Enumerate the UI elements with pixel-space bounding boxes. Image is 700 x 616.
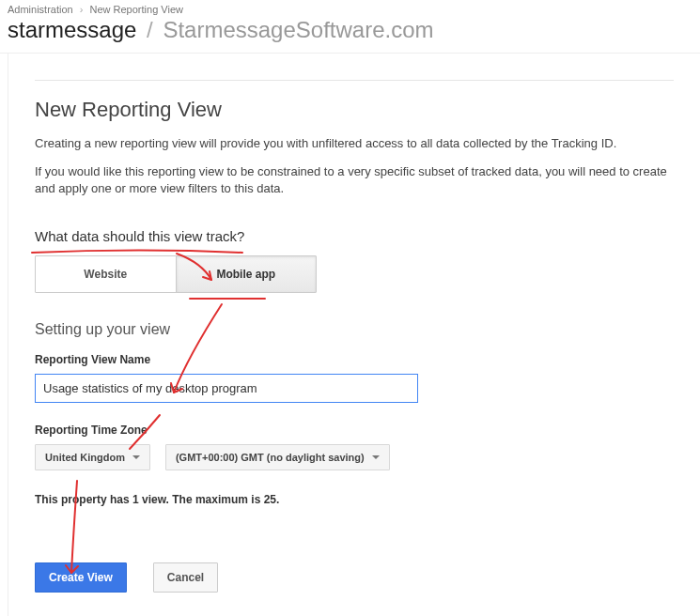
content-area: New Reporting View Creating a new report… [8,54,700,616]
property-name: StarmessageSoftware.com [163,17,433,42]
breadcrumb-root[interactable]: Administration [8,4,73,15]
timezone-offset-select[interactable]: (GMT+00:00) GMT (no daylight saving) [165,444,390,470]
header: Administration › New Reporting View star… [0,0,700,54]
create-view-button[interactable]: Create View [35,562,127,593]
timezone-country-select[interactable]: United Kingdom [35,444,150,470]
track-type-toggle: Website Mobile app [35,255,317,293]
setup-heading: Setting up your view [35,321,674,338]
caret-down-icon [372,455,380,459]
cancel-button[interactable]: Cancel [153,562,218,593]
intro-text-1: Creating a new reporting view will provi… [35,135,674,152]
breadcrumb-current: New Reporting View [90,4,183,15]
chevron-right-icon: › [80,4,84,15]
track-question: What data should this view track? [35,228,244,244]
timezone-offset-value: (GMT+00:00) GMT (no daylight saving) [176,452,365,463]
track-option-website[interactable]: Website [36,256,177,292]
title-separator: / [147,17,153,42]
page-title-line: starmessage / StarmessageSoftware.com [8,17,692,43]
view-name-label: Reporting View Name [35,353,674,366]
breadcrumb: Administration › New Reporting View [8,4,692,15]
page-heading: New Reporting View [35,98,674,122]
account-name: starmessage [8,17,136,42]
divider [35,80,674,81]
timezone-label: Reporting Time Zone [35,424,674,437]
button-row: Create View Cancel [35,562,674,593]
view-name-input[interactable] [35,374,418,403]
view-limit-note: This property has 1 view. The maximum is… [35,493,674,506]
caret-down-icon [132,455,140,459]
timezone-country-value: United Kingdom [45,452,125,463]
intro-text-2: If you would like this reporting view to… [35,163,674,197]
track-option-mobile-app[interactable]: Mobile app [177,256,317,292]
